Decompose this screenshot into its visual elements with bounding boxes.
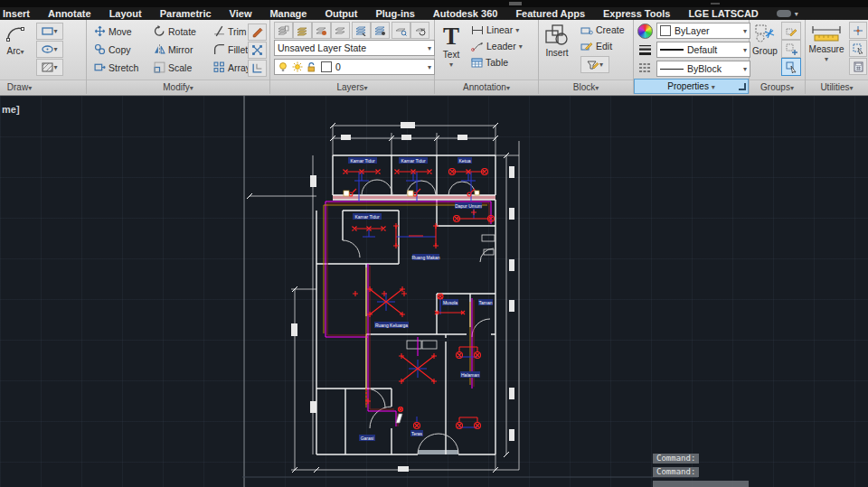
leader-icon bbox=[471, 42, 484, 52]
panel-modify: Move Copy Stretch Rotate bbox=[87, 20, 270, 94]
linetype-dropdown[interactable]: ByBlock bbox=[656, 61, 750, 77]
ellipse-tool-button[interactable] bbox=[36, 41, 63, 58]
panel-label-modify[interactable]: Modify bbox=[87, 80, 269, 94]
text-button[interactable]: T Text bbox=[437, 20, 466, 69]
linetype-sample bbox=[660, 69, 684, 70]
layer-isolate-button[interactable] bbox=[312, 22, 331, 39]
unlock-icon bbox=[307, 61, 317, 72]
tab-plugins[interactable]: Plug-ins bbox=[366, 8, 423, 19]
room-label: Taman bbox=[478, 300, 492, 305]
rotate-button[interactable]: Rotate bbox=[154, 25, 196, 37]
layer-freeze-button[interactable] bbox=[352, 22, 371, 39]
sun-icon bbox=[292, 61, 303, 72]
table-button[interactable]: Table bbox=[471, 57, 508, 68]
ribbon-tab-bar: Insert Annotate Layout Parametric View M… bbox=[0, 7, 868, 20]
room-label: Kamar Tidur bbox=[354, 214, 380, 220]
tab-output[interactable]: Output bbox=[316, 8, 366, 19]
layer-state-dropdown[interactable]: Unsaved Layer State bbox=[274, 40, 435, 56]
ungroup-icon bbox=[786, 25, 797, 37]
move-button[interactable]: Move bbox=[94, 25, 132, 37]
tab-autodesk360[interactable]: Autodesk 360 bbox=[424, 8, 507, 19]
attribute-button[interactable] bbox=[580, 56, 609, 73]
linetype-button[interactable] bbox=[637, 60, 654, 75]
panel-launcher-icon[interactable] bbox=[739, 83, 746, 90]
group-icon bbox=[754, 23, 776, 45]
offset-button[interactable] bbox=[248, 60, 267, 77]
tab-manage[interactable]: Manage bbox=[260, 8, 316, 19]
layer-match-icon bbox=[395, 25, 407, 36]
create-block-button[interactable]: Create bbox=[580, 24, 625, 35]
furniture bbox=[407, 235, 495, 349]
layer-properties-button[interactable] bbox=[274, 22, 293, 39]
measure-icon bbox=[811, 23, 842, 43]
group-selection-toggle[interactable] bbox=[781, 58, 801, 76]
group-button[interactable]: Group bbox=[751, 20, 778, 56]
quick-select-button[interactable] bbox=[849, 40, 867, 57]
leader-button[interactable]: Leader bbox=[471, 41, 523, 52]
current-layer-dropdown[interactable]: 0 bbox=[274, 59, 435, 75]
measure-button[interactable]: Measure bbox=[807, 20, 845, 63]
panel-annotation: T Text Linear Leader T bbox=[435, 20, 539, 94]
ungroup-button[interactable] bbox=[781, 22, 801, 40]
color-dropdown[interactable]: ByLayer bbox=[656, 23, 750, 39]
panel-block: Insert Create Edit Block bbox=[539, 20, 634, 94]
tab-options-icon[interactable] bbox=[768, 10, 807, 18]
group-edit-button[interactable] bbox=[781, 40, 801, 58]
command-line-2[interactable]: Command: bbox=[653, 467, 699, 477]
erase-button[interactable] bbox=[248, 23, 267, 41]
lineweight-button[interactable] bbox=[637, 42, 654, 57]
trim-icon bbox=[213, 25, 225, 37]
layer-match-button[interactable] bbox=[392, 22, 410, 39]
insert-block-icon bbox=[544, 23, 570, 47]
walls bbox=[316, 155, 495, 454]
scale-button[interactable]: Scale bbox=[154, 61, 192, 73]
ellipse-icon bbox=[42, 44, 53, 54]
id-point-button[interactable] bbox=[849, 22, 867, 39]
rectangle-tool-button[interactable] bbox=[36, 23, 63, 40]
panel-label-annotation[interactable]: Annotation bbox=[435, 80, 538, 94]
panel-groups: Group Groups bbox=[750, 20, 806, 94]
current-layer-name: 0 bbox=[335, 61, 341, 72]
quick-calc-button[interactable] bbox=[849, 58, 867, 75]
insert-block-button[interactable]: Insert bbox=[541, 20, 573, 58]
lineweight-dropdown[interactable]: Default bbox=[656, 42, 750, 58]
tab-view[interactable]: View bbox=[221, 8, 261, 19]
group-edit-icon bbox=[786, 43, 797, 55]
tab-parametric[interactable]: Parametric bbox=[151, 8, 221, 19]
object-color-button[interactable] bbox=[637, 23, 654, 39]
layer-unisolate-button[interactable] bbox=[331, 22, 350, 39]
arc-button[interactable]: Arc bbox=[0, 20, 31, 56]
panel-label-utilities[interactable]: Utilities bbox=[806, 80, 868, 94]
tab-featured-apps[interactable]: Featured Apps bbox=[506, 8, 594, 19]
tab-annotate[interactable]: Annotate bbox=[39, 8, 100, 19]
panel-label-layers[interactable]: Layers bbox=[270, 80, 434, 94]
command-line-1[interactable]: Command: bbox=[653, 454, 699, 464]
panel-label-groups[interactable]: Groups bbox=[750, 80, 805, 94]
copy-button[interactable]: Copy bbox=[94, 43, 131, 55]
hatch-tool-button[interactable] bbox=[36, 59, 63, 76]
drawing-canvas[interactable]: me] bbox=[0, 96, 868, 487]
layer-color-swatch bbox=[321, 61, 332, 72]
copy-icon bbox=[94, 43, 106, 55]
tab-layout[interactable]: Layout bbox=[100, 8, 151, 19]
panel-label-properties[interactable]: Properties bbox=[634, 79, 749, 94]
cloud-icon bbox=[777, 10, 791, 17]
tab-express-tools[interactable]: Express Tools bbox=[594, 8, 679, 19]
mirror-button[interactable]: Mirror bbox=[154, 43, 193, 55]
stretch-button[interactable]: Stretch bbox=[94, 61, 138, 73]
layer-states-button[interactable] bbox=[293, 22, 312, 39]
linear-dimension-button[interactable]: Linear bbox=[471, 24, 519, 35]
lineweight-sample bbox=[660, 49, 684, 51]
panel-label-draw[interactable]: Draw bbox=[0, 80, 86, 94]
ribbon: Circle Arc bbox=[0, 20, 868, 96]
mirror-icon bbox=[154, 43, 165, 55]
panel-label-block[interactable]: Block bbox=[539, 80, 633, 94]
layer-isolate-icon bbox=[316, 25, 327, 36]
layer-prev-button[interactable] bbox=[410, 22, 429, 39]
command-line-input[interactable] bbox=[653, 481, 749, 487]
tab-insert[interactable]: Insert bbox=[0, 8, 39, 19]
tab-lge-latscad[interactable]: LGE LATSCAD bbox=[679, 8, 767, 19]
layer-lock-button[interactable] bbox=[371, 22, 390, 39]
explode-button[interactable] bbox=[248, 42, 267, 59]
edit-block-button[interactable]: Edit bbox=[580, 41, 612, 52]
